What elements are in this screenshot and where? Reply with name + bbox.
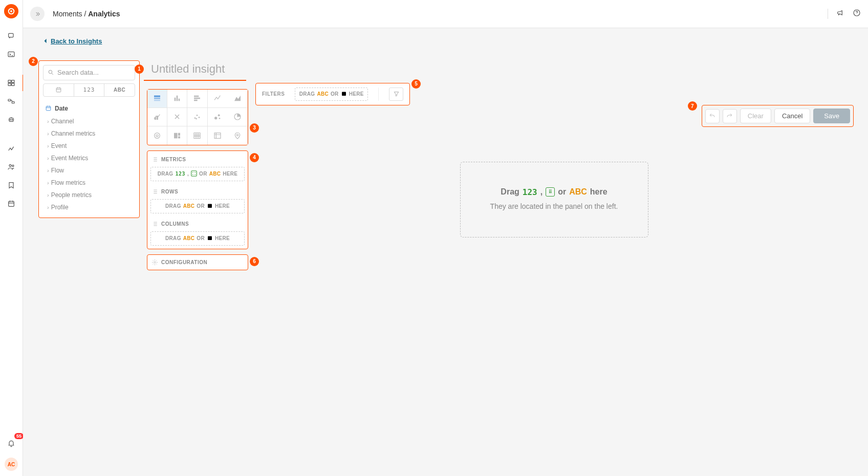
chart-type-line[interactable] <box>208 90 228 108</box>
back-to-insights-link[interactable]: Back to Insights <box>44 37 102 45</box>
chart-type-pivot[interactable] <box>208 126 228 145</box>
clear-button[interactable]: Clear <box>740 109 771 123</box>
nav-journeys[interactable] <box>4 94 18 109</box>
svg-point-37 <box>219 118 221 119</box>
annotation-1: 1 <box>135 64 144 74</box>
tree-item[interactable]: ›Event <box>43 140 135 152</box>
nav-automation[interactable] <box>4 113 18 127</box>
svg-rect-6 <box>8 83 11 86</box>
help-icon <box>853 9 861 17</box>
data-type-toggle: 123 ABC <box>43 83 135 97</box>
topbar: Moments / Analytics <box>23 0 868 28</box>
chart-type-area[interactable] <box>228 90 248 108</box>
svg-rect-42 <box>178 136 180 138</box>
tree-item[interactable]: ›Channel <box>43 115 135 127</box>
nav-reports[interactable] <box>4 141 18 156</box>
filters-dropzone[interactable]: DRAG ABC OR HERE <box>295 88 368 101</box>
bubble-icon <box>213 113 222 121</box>
announcements-button[interactable] <box>836 9 844 19</box>
svg-point-49 <box>192 174 193 175</box>
nav-calendar[interactable] <box>4 197 18 211</box>
tree-item[interactable]: ›People metrics <box>43 189 135 201</box>
svg-rect-41 <box>178 133 180 135</box>
calendar-icon <box>207 235 213 241</box>
chart-type-heatmap[interactable] <box>187 126 207 145</box>
undo-button[interactable] <box>705 109 720 123</box>
svg-point-1 <box>10 10 12 12</box>
search-icon <box>48 69 54 76</box>
chart-type-donut[interactable] <box>147 126 167 145</box>
svg-rect-28 <box>194 100 198 101</box>
breadcrumb-root[interactable]: Moments <box>53 10 84 18</box>
user-avatar[interactable]: AC <box>5 458 18 471</box>
logo-icon <box>7 7 15 15</box>
scatter-icon <box>193 113 201 121</box>
pie-icon <box>233 113 242 121</box>
chart-type-bubble[interactable] <box>208 108 228 126</box>
svg-point-13 <box>9 164 11 166</box>
type-text[interactable]: ABC <box>104 84 135 96</box>
undo-icon <box>709 113 715 119</box>
chart-type-headline[interactable] <box>167 108 187 126</box>
rows-dropzone[interactable]: DRAG ABC OR HERE <box>150 199 245 213</box>
notifications-button[interactable]: 55 <box>4 436 18 450</box>
tree-item[interactable]: ›Flow <box>43 164 135 177</box>
calendar-icon <box>207 203 213 209</box>
nav-saved[interactable] <box>4 178 18 192</box>
chart-type-scatter[interactable] <box>187 108 207 126</box>
save-button[interactable]: Save <box>813 109 850 123</box>
svg-point-53 <box>154 261 156 263</box>
grid-icon <box>193 132 201 140</box>
svg-point-32 <box>197 115 198 116</box>
calendar-icon <box>55 86 62 93</box>
nav-analytics[interactable] <box>4 76 18 90</box>
collapse-sidebar-button[interactable] <box>30 7 45 21</box>
notification-badge: 55 <box>14 433 24 439</box>
app-logo[interactable] <box>4 4 18 18</box>
svg-rect-51 <box>208 204 212 208</box>
metrics-dropzone[interactable]: DRAG 123, OR ABC HERE <box>150 167 245 181</box>
tree-item[interactable]: ›Channel metrics <box>43 127 135 140</box>
nav-console[interactable] <box>4 47 18 61</box>
filter-settings-button[interactable] <box>389 88 403 101</box>
chart-type-grid: 3 <box>147 89 248 145</box>
svg-point-47 <box>192 172 193 173</box>
chart-type-treemap[interactable] <box>167 126 187 145</box>
type-number[interactable]: 123 <box>74 84 105 96</box>
chart-type-pie[interactable] <box>228 108 248 126</box>
bell-icon <box>7 439 15 447</box>
svg-rect-52 <box>208 236 212 240</box>
chart-type-table[interactable] <box>147 90 167 108</box>
canvas-hint: They are located in the panel on the lef… <box>490 201 618 212</box>
chart-type-combo[interactable] <box>147 108 167 126</box>
tree-date-header[interactable]: Date <box>43 102 135 115</box>
svg-point-33 <box>199 117 200 118</box>
svg-rect-23 <box>175 98 176 101</box>
cancel-button[interactable]: Cancel <box>774 109 810 123</box>
chart-type-bar[interactable] <box>187 90 207 108</box>
canvas-dropzone[interactable]: Drag 123, ⠿ or ABC here They are located… <box>460 162 648 237</box>
tree-item[interactable]: ›Event Metrics <box>43 152 135 164</box>
columns-dropzone[interactable]: DRAG ABC OR HERE <box>150 231 245 246</box>
list-icon <box>151 156 158 163</box>
chart-type-geo[interactable] <box>228 126 248 145</box>
tree-item[interactable]: ›Flow metrics <box>43 177 135 189</box>
tree-item[interactable]: ›Profile <box>43 201 135 213</box>
svg-rect-25 <box>179 99 180 101</box>
nav-people[interactable] <box>4 160 18 174</box>
rows-header: ROWS <box>150 186 245 199</box>
data-tree: Date ›Channel ›Channel metrics ›Event ›E… <box>43 102 135 213</box>
svg-rect-19 <box>46 106 51 111</box>
svg-point-39 <box>156 135 158 137</box>
filters-label: FILTERS <box>262 91 285 97</box>
type-date[interactable] <box>44 84 74 96</box>
configuration-panel[interactable]: 6 CONFIGURATION <box>147 254 248 270</box>
help-button[interactable] <box>853 9 861 19</box>
nav-messages[interactable] <box>4 29 18 43</box>
breadcrumb: Moments / Analytics <box>53 10 120 18</box>
svg-point-17 <box>49 70 52 74</box>
insight-title-input[interactable]: Untitled insight <box>144 60 246 81</box>
search-data-input[interactable]: Search data... <box>43 65 135 80</box>
chart-type-column[interactable] <box>167 90 187 108</box>
redo-button[interactable] <box>723 109 737 123</box>
